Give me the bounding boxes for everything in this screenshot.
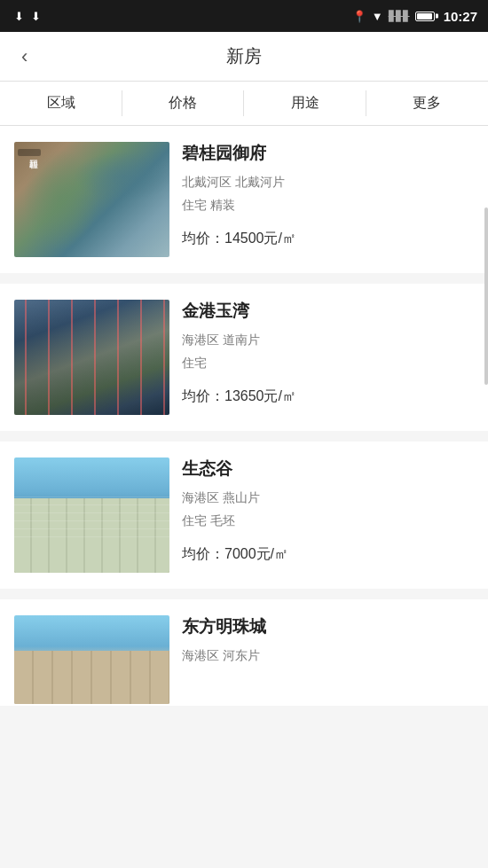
listing-region-biguiyuan: 北戴河区 北戴河片 bbox=[182, 172, 474, 192]
listing-info-biguiyuan: 碧桂园御府 北戴河区 北戴河片 住宅 精装 均价：14500元/㎡ bbox=[182, 142, 474, 248]
status-bar-left: ⬇ ⬇ bbox=[14, 10, 41, 23]
listing-price-biguiyuan: 均价：14500元/㎡ bbox=[182, 230, 474, 248]
listings-container: 碧桂园御府 北戴河区 北戴河片 住宅 精装 均价：14500元/㎡ 金港玉湾 海… bbox=[0, 126, 488, 706]
listing-region-jingang: 海港区 道南片 bbox=[182, 330, 474, 349]
listing-name-jingang: 金港玉湾 bbox=[182, 300, 474, 323]
signal-blocked-icon: ▋▋▋ bbox=[389, 11, 410, 22]
listing-region-dongfang: 海港区 河东片 bbox=[182, 645, 474, 665]
status-bar: ⬇ ⬇ 📍 ▼ ▋▋▋ 10:27 bbox=[0, 0, 488, 32]
listing-price-shengtaigu: 均价：7000元/㎡ bbox=[182, 545, 474, 564]
listing-item-jingang[interactable]: 金港玉湾 海港区 道南片 住宅 均价：13650元/㎡ bbox=[0, 284, 488, 431]
listing-type-jingang: 住宅 bbox=[182, 353, 474, 372]
listing-price-jingang: 均价：13650元/㎡ bbox=[182, 387, 474, 406]
time-display: 10:27 bbox=[444, 9, 477, 24]
listings-list: 碧桂园御府 北戴河区 北戴河片 住宅 精装 均价：14500元/㎡ 金港玉湾 海… bbox=[0, 126, 488, 706]
filter-bar: 区域 价格 用途 更多 bbox=[0, 82, 488, 126]
filter-usage-label: 用途 bbox=[291, 94, 319, 113]
filter-more[interactable]: 更多 bbox=[366, 82, 489, 125]
battery-icon bbox=[415, 12, 435, 21]
download2-icon: ⬇ bbox=[31, 10, 41, 23]
filter-price-label: 价格 bbox=[169, 94, 197, 113]
listing-image-shengtaigu bbox=[14, 457, 169, 573]
listing-name-biguiyuan: 碧桂园御府 bbox=[182, 142, 474, 165]
listing-info-shengtaigu: 生态谷 海港区 燕山片 住宅 毛坯 均价：7000元/㎡ bbox=[182, 457, 474, 564]
wifi-icon: ▼ bbox=[372, 10, 383, 23]
listing-type-biguiyuan: 住宅 精装 bbox=[182, 195, 474, 215]
back-button[interactable]: ‹ bbox=[14, 38, 35, 75]
scroll-indicator[interactable] bbox=[484, 207, 488, 385]
filter-more-label: 更多 bbox=[413, 94, 441, 113]
status-bar-right: 📍 ▼ ▋▋▋ 10:27 bbox=[352, 9, 477, 24]
listing-region-shengtaigu: 海港区 燕山片 bbox=[182, 488, 474, 507]
download1-icon: ⬇ bbox=[14, 10, 24, 23]
filter-area[interactable]: 区域 bbox=[0, 82, 122, 125]
location-icon: 📍 bbox=[352, 10, 366, 23]
listing-info-dongfang: 东方明珠城 海港区 河东片 bbox=[182, 615, 474, 665]
listing-item-biguiyuan[interactable]: 碧桂园御府 北戴河区 北戴河片 住宅 精装 均价：14500元/㎡ bbox=[0, 126, 488, 273]
listing-name-dongfang: 东方明珠城 bbox=[182, 615, 474, 638]
listing-image-jingang bbox=[14, 300, 169, 415]
listing-name-shengtaigu: 生态谷 bbox=[182, 457, 474, 481]
app-header: ‹ 新房 bbox=[0, 32, 488, 82]
filter-usage[interactable]: 用途 bbox=[244, 82, 366, 125]
listing-info-jingang: 金港玉湾 海港区 道南片 住宅 均价：13650元/㎡ bbox=[182, 300, 474, 406]
page-title: 新房 bbox=[226, 44, 262, 68]
listing-item-shengtaigu[interactable]: 生态谷 海港区 燕山片 住宅 毛坯 均价：7000元/㎡ bbox=[0, 442, 488, 589]
listing-item-dongfang[interactable]: 东方明珠城 海港区 河东片 bbox=[0, 599, 488, 706]
listing-image-dongfang bbox=[14, 615, 169, 704]
filter-area-label: 区域 bbox=[47, 94, 75, 113]
listing-type-shengtaigu: 住宅 毛坯 bbox=[182, 511, 474, 530]
filter-price[interactable]: 价格 bbox=[122, 82, 245, 125]
listing-image-biguiyuan bbox=[14, 142, 169, 257]
